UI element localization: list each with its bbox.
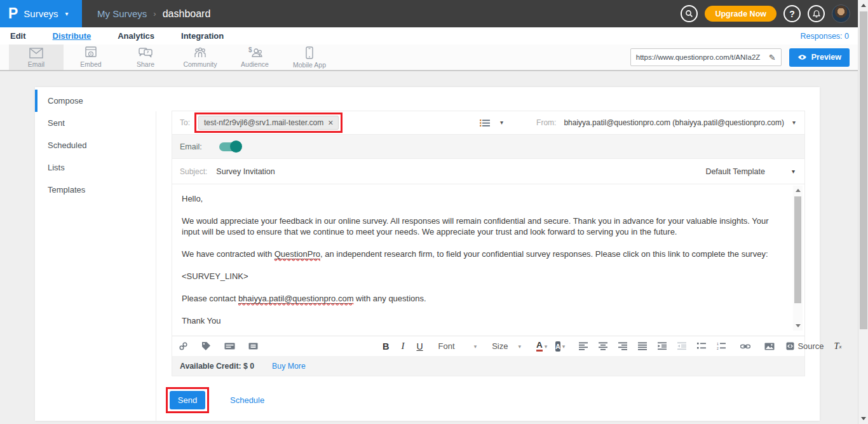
mobile-app-icon bbox=[305, 46, 314, 60]
numbered-list-icon[interactable]: 12 bbox=[717, 342, 726, 350]
insert-tag-icon[interactable] bbox=[201, 341, 211, 351]
survey-url-input[interactable] bbox=[636, 53, 769, 61]
bg-color-caret-icon[interactable]: ▾ bbox=[562, 343, 566, 350]
eye-icon bbox=[797, 54, 807, 60]
editor-scroll-thumb[interactable] bbox=[794, 196, 801, 303]
template-selected: Default Template bbox=[705, 167, 765, 176]
channel-label: Email bbox=[28, 60, 44, 68]
channel-mobile-app[interactable]: Mobile App bbox=[282, 44, 337, 70]
upgrade-now-button[interactable]: Upgrade Now bbox=[705, 6, 776, 22]
from-value[interactable]: bhaiyya.patil@questionpro.com (bhaiyya.p… bbox=[564, 118, 784, 127]
page-scroll-down-icon[interactable] bbox=[861, 417, 866, 420]
embed-icon bbox=[84, 46, 98, 59]
email-toggle-row: Email: bbox=[172, 135, 804, 159]
underline-button[interactable]: U bbox=[416, 341, 423, 352]
recipient-email: test-nf2r9vjl6@srv1.mail-tester.com bbox=[204, 118, 323, 127]
body-text-segment: Hello, bbox=[182, 194, 203, 203]
app-switcher[interactable]: P Surveys ▾ bbox=[0, 0, 82, 27]
breadcrumb: My Surveys › dashboard bbox=[97, 8, 210, 20]
compose-form: To: test-nf2r9vjl6@srv1.mail-tester.com … bbox=[172, 111, 805, 376]
align-left-icon[interactable] bbox=[579, 342, 588, 350]
sidebar-item-sent[interactable]: Sent bbox=[35, 112, 156, 134]
search-button[interactable] bbox=[681, 5, 698, 22]
annotation-box-recipient: test-nf2r9vjl6@srv1.mail-tester.com × bbox=[194, 113, 342, 133]
insert-embedded-data-icon[interactable] bbox=[224, 343, 235, 350]
sidebar-item-scheduled[interactable]: Scheduled bbox=[35, 134, 156, 156]
sidebar-item-compose[interactable]: Compose bbox=[35, 90, 156, 112]
tab-edit[interactable]: Edit bbox=[10, 31, 26, 41]
page-scrollbar[interactable] bbox=[858, 0, 868, 424]
channel-embed[interactable]: Embed bbox=[64, 44, 118, 70]
buy-more-link[interactable]: Buy More bbox=[272, 362, 306, 371]
channel-email[interactable]: Email bbox=[9, 44, 64, 70]
align-right-icon[interactable] bbox=[618, 342, 628, 350]
indent-icon[interactable] bbox=[658, 342, 667, 350]
send-button[interactable]: Send bbox=[170, 391, 205, 409]
text-color-button[interactable]: A bbox=[536, 341, 543, 352]
toggle-knob bbox=[230, 140, 242, 153]
recipient-chip[interactable]: test-nf2r9vjl6@srv1.mail-tester.com × bbox=[198, 116, 339, 130]
bg-color-button[interactable]: A bbox=[555, 341, 560, 352]
bold-button[interactable]: B bbox=[383, 341, 389, 352]
breadcrumb-separator: › bbox=[153, 9, 156, 18]
removeformat-sub: x bbox=[839, 343, 841, 350]
sidebar-item-lists[interactable]: Lists bbox=[35, 156, 156, 179]
bell-icon bbox=[812, 10, 821, 18]
tab-analytics[interactable]: Analytics bbox=[118, 31, 154, 41]
font-dropdown[interactable]: Font▾ bbox=[438, 341, 477, 351]
size-caret-icon: ▾ bbox=[518, 343, 521, 350]
size-dropdown[interactable]: Size▾ bbox=[492, 341, 521, 351]
list-dropdown-caret[interactable]: ▾ bbox=[500, 120, 503, 126]
to-row-right: ▾ From: bhaiyya.patil@questionpro.com (b… bbox=[480, 118, 796, 127]
product-name: Surveys bbox=[24, 8, 58, 19]
align-center-icon[interactable] bbox=[599, 342, 608, 350]
channel-community[interactable]: Community bbox=[173, 44, 227, 70]
schedule-link[interactable]: Schedule bbox=[230, 395, 264, 405]
help-button[interactable]: ? bbox=[783, 5, 801, 22]
editor-toolbar: B I U Font▾ Size▾ A▾ A▾ 12 Source Tx bbox=[172, 336, 804, 356]
remove-recipient-icon[interactable]: × bbox=[328, 118, 333, 127]
scroll-up-icon[interactable] bbox=[796, 189, 801, 192]
share-icon bbox=[138, 46, 153, 59]
user-avatar[interactable] bbox=[832, 4, 850, 23]
tab-integration[interactable]: Integration bbox=[181, 31, 224, 41]
page-scroll-thumb[interactable] bbox=[860, 11, 867, 329]
insert-email-template-icon[interactable] bbox=[248, 343, 258, 350]
scroll-down-icon[interactable] bbox=[796, 324, 801, 327]
text-color-caret-icon[interactable]: ▾ bbox=[545, 343, 548, 350]
italic-button[interactable]: I bbox=[401, 341, 404, 352]
outdent-icon[interactable] bbox=[677, 342, 687, 350]
section-tabbar: Edit Distribute Analytics Integration Re… bbox=[0, 27, 868, 44]
channel-label: Share bbox=[137, 60, 154, 68]
breadcrumb-my-surveys[interactable]: My Surveys bbox=[97, 8, 147, 19]
edit-url-icon[interactable]: ✎ bbox=[769, 53, 776, 62]
questionpro-logo-icon: P bbox=[8, 4, 18, 22]
remove-format-button[interactable]: Tx bbox=[834, 341, 842, 352]
insert-link-icon[interactable] bbox=[740, 343, 750, 350]
page-scroll-up-icon[interactable] bbox=[861, 4, 866, 7]
sidebar-item-templates[interactable]: Templates bbox=[35, 179, 156, 201]
subject-value[interactable]: Survey Invitation bbox=[216, 167, 275, 176]
svg-text:2: 2 bbox=[717, 346, 719, 350]
template-select[interactable]: Default Template ▾ bbox=[705, 167, 795, 176]
notifications-button[interactable] bbox=[808, 5, 825, 22]
bullet-list-icon[interactable] bbox=[697, 342, 707, 350]
channel-share[interactable]: Share bbox=[118, 44, 173, 70]
insert-image-icon[interactable] bbox=[764, 343, 775, 350]
page: P Surveys ▾ My Surveys › dashboard Upgra… bbox=[0, 0, 868, 424]
channel-label: Mobile App bbox=[293, 61, 326, 69]
contact-list-icon[interactable] bbox=[480, 119, 490, 127]
preview-button[interactable]: Preview bbox=[789, 48, 850, 67]
email-toggle[interactable] bbox=[219, 142, 241, 151]
svg-text:$: $ bbox=[248, 46, 252, 53]
align-justify-icon[interactable] bbox=[638, 342, 648, 350]
insert-tools bbox=[179, 341, 258, 351]
tab-distribute[interactable]: Distribute bbox=[53, 31, 92, 41]
email-body[interactable]: Hello,We would appreciate your feedback … bbox=[172, 184, 804, 336]
compose-card: Compose Sent Scheduled Lists Templates T… bbox=[35, 87, 820, 421]
editor-scrollbar[interactable] bbox=[793, 186, 803, 331]
source-button[interactable]: Source bbox=[786, 341, 824, 351]
insert-survey-link-icon[interactable] bbox=[179, 341, 188, 351]
channel-audience[interactable]: $ Audience bbox=[227, 44, 282, 70]
from-dropdown-caret[interactable]: ▾ bbox=[792, 120, 796, 126]
